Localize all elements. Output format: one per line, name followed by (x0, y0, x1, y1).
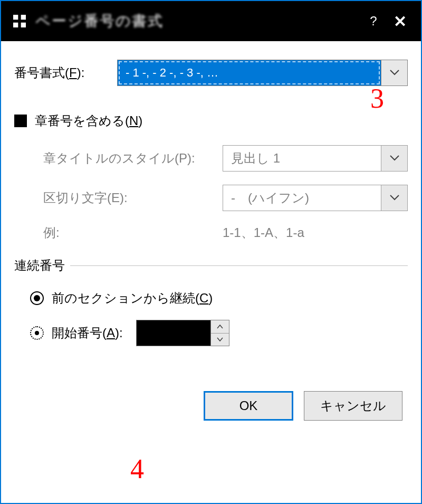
include-chapter-row: 章番号を含める(N) (14, 112, 408, 129)
app-icon (9, 11, 30, 32)
start-at-radio[interactable] (30, 326, 44, 340)
start-at-spinner[interactable] (136, 320, 229, 346)
page-number-format-dialog: ページ番号の書式 ? ✕ 番号書式(F): - 1 -, - 2 -, - 3 … (0, 0, 422, 504)
continue-radio-row: 前のセクションから継続(C) (14, 290, 408, 307)
help-button[interactable]: ? (360, 14, 387, 28)
format-label-prefix: 番号書式( (14, 65, 69, 80)
continue-prefix: 前のセクションから継続( (52, 291, 199, 305)
chevron-down-icon[interactable] (381, 185, 407, 211)
chapter-style-combobox[interactable]: 見出し 1 (223, 145, 408, 172)
format-row: 番号書式(F): - 1 -, - 2 -, - 3 -, … (14, 60, 408, 86)
example-row: 例: 1-1、1-A、1-a (43, 224, 408, 241)
spinner-down-button[interactable] (211, 334, 229, 346)
annotation-4: 4 (130, 453, 144, 484)
format-combobox[interactable]: - 1 -, - 2 -, - 3 -, … (117, 60, 408, 86)
spinner-up-button[interactable] (211, 320, 229, 334)
numbering-section-header: 連続番号 (14, 257, 408, 274)
format-label: 番号書式(F): (14, 64, 117, 81)
include-chapter-checkbox[interactable] (14, 115, 27, 127)
ok-button[interactable]: OK (204, 391, 293, 421)
start-suffix: ): (115, 326, 123, 340)
spinner-buttons (210, 320, 229, 346)
chapter-style-label: 章タイトルのスタイル(P): (43, 150, 223, 167)
continue-suffix: ) (208, 291, 213, 305)
include-chapter-label: 章番号を含める(N) (35, 112, 142, 129)
start-prefix: 開始番号( (52, 326, 107, 340)
start-accel: A (107, 326, 115, 340)
chevron-down-icon[interactable] (381, 146, 407, 171)
format-combobox-value: - 1 -, - 2 -, - 3 -, … (118, 60, 381, 85)
chapter-checkbox-prefix: 章番号を含める( (35, 113, 129, 128)
button-row: OK キャンセル (14, 391, 408, 421)
dialog-title: ページ番号の書式 (35, 11, 360, 31)
separator-combobox[interactable]: - (ハイフン) (223, 185, 408, 211)
continue-radio[interactable] (30, 291, 44, 305)
chevron-down-icon[interactable] (381, 60, 407, 85)
continue-label: 前のセクションから継続(C) (52, 290, 213, 307)
cancel-button[interactable]: キャンセル (304, 391, 402, 421)
start-at-radio-row: 開始番号(A): (14, 320, 408, 346)
annotation-3: 3 (370, 83, 384, 114)
chapter-subsection: 章タイトルのスタイル(P): 見出し 1 区切り文字(E): - (ハイフン) (14, 145, 408, 241)
start-at-value[interactable] (137, 320, 210, 346)
chapter-checkbox-accel: N (129, 113, 138, 128)
numbering-header-text: 連続番号 (14, 257, 65, 274)
start-at-label: 開始番号(A): (52, 325, 123, 341)
separator-label: 区切り文字(E): (43, 189, 223, 206)
separator-row: 区切り文字(E): - (ハイフン) (43, 185, 408, 211)
chapter-checkbox-suffix: ) (138, 113, 142, 128)
divider (70, 265, 408, 266)
example-label: 例: (43, 224, 223, 241)
titlebar: ページ番号の書式 ? ✕ (1, 1, 421, 41)
separator-value: - (ハイフン) (223, 185, 381, 211)
close-button[interactable]: ✕ (387, 12, 413, 31)
continue-accel: C (199, 291, 208, 305)
example-value: 1-1、1-A、1-a (223, 224, 304, 241)
chapter-style-value: 見出し 1 (223, 146, 381, 171)
format-label-accel: F (69, 65, 77, 80)
chapter-style-row: 章タイトルのスタイル(P): 見出し 1 (43, 145, 408, 172)
format-label-suffix: ): (77, 65, 85, 80)
dialog-content: 番号書式(F): - 1 -, - 2 -, - 3 -, … 3 章番号を含め… (1, 41, 421, 431)
